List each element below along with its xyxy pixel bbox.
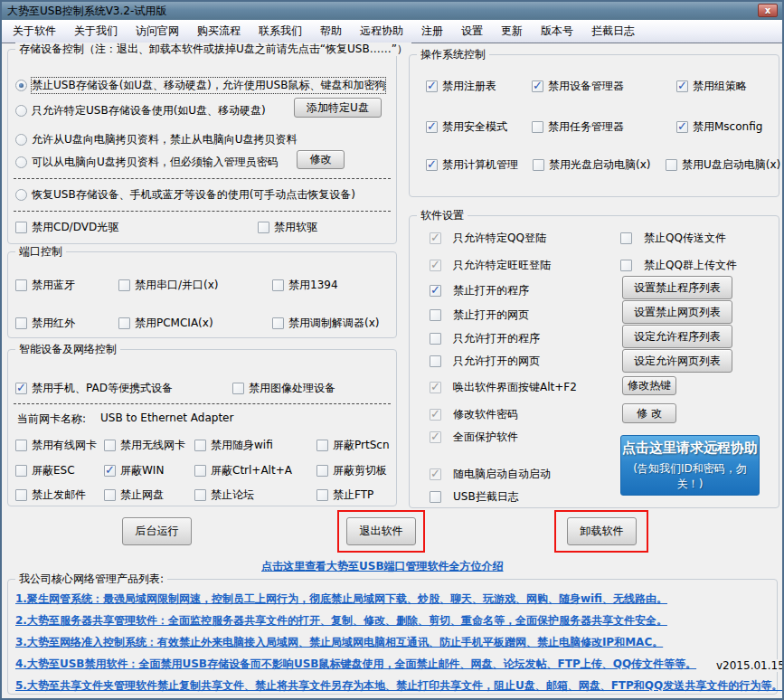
radio-restore-usb[interactable]: 恢复USB存储设备、手机或蓝牙等设备的使用(可手动点击恢复设备) (15, 187, 355, 202)
button-modify-admin-password[interactable]: 修改 (297, 150, 345, 169)
remote-assist-banner[interactable]: 点击这里请求远程协助 (告知我们ID和密码，勿关！) (620, 435, 760, 496)
checkbox-allow-specific-wangwang[interactable]: 只允许特定旺旺登陆 (430, 258, 551, 272)
menu-register[interactable]: 注册 (412, 20, 452, 43)
dashed-divider (14, 403, 391, 404)
menu-visit-website[interactable]: 访问官网 (127, 20, 188, 43)
checkbox-block-win[interactable]: 屏蔽WIN (104, 463, 164, 478)
checkbox-disable-usb-boot[interactable]: 禁用U盘启动电脑(x) (666, 157, 780, 172)
radio-allow-specific-usb[interactable]: 只允许特定USB存储设备使用(如U盘、移动硬盘) (15, 103, 266, 118)
checkbox-disable-floppy[interactable]: 禁用软驱 (258, 220, 317, 234)
checkbox-block-prtscn[interactable]: 屏蔽PrtScn (316, 438, 389, 452)
checkbox-disable-modem[interactable]: 禁用调制解调器(x) (272, 316, 379, 330)
checkbox-disable-msconfig[interactable]: 禁用Msconfig (676, 119, 762, 134)
group-products: 我公司核心网络管理产品列表: 1.聚生网管系统：最强局域网限制网速，控制员工上网… (7, 579, 778, 695)
checkbox-label: 禁用安全模式 (442, 119, 507, 135)
checkbox-icon (430, 491, 441, 503)
checkbox-icon (676, 121, 688, 133)
menu-about-us[interactable]: 关于我们 (65, 20, 127, 43)
radio-usb-to-pc-only[interactable]: 允许从U盘向电脑拷贝资料，禁止从电脑向U盘拷贝资料 (15, 132, 298, 147)
button-change-hotkey[interactable]: 修改热键 (622, 376, 676, 395)
group-smart-network: 智能设备及网络控制 禁用手机、PAD等便携式设备 禁用图像处理设备 当前网卡名称… (7, 349, 397, 506)
button-set-allowed-webpages[interactable]: 设定允许网页列表 (622, 349, 732, 373)
checkbox-block-forum[interactable]: 禁止论坛 (194, 487, 254, 502)
checkbox-disable-pcmcia[interactable]: 禁用PCMCIA(x) (118, 316, 213, 330)
menu-update[interactable]: 更新 (492, 20, 532, 43)
nic-name-value: USB to Ethernet Adapter (100, 411, 233, 424)
checkbox-icon (272, 279, 284, 291)
title-bar: 大势至USB控制系统V3.2-试用版 x (2, 2, 782, 20)
checkbox-disable-phone-pad[interactable]: 禁用手机、PAD等便携式设备 (15, 381, 173, 395)
checkbox-block-ctrl-alt-a[interactable]: 屏蔽Ctrl+Alt+A (194, 463, 292, 478)
checkbox-block-clipboard[interactable]: 屏蔽剪切板 (316, 463, 387, 478)
checkbox-autostart[interactable]: 随电脑启动自动启动 (430, 467, 551, 481)
checkbox-disable-cd-boot[interactable]: 禁用光盘启动电脑(x) (533, 157, 650, 172)
menu-version[interactable]: 版本号 (532, 20, 582, 43)
checkbox-block-ftp[interactable]: 禁止FTP (316, 487, 373, 502)
button-set-blocked-programs[interactable]: 设置禁止程序列表 (622, 276, 732, 299)
checkbox-block-qq-group-upload[interactable]: 禁止QQ群上传文件 (620, 258, 737, 272)
checkbox-disable-wired-nic[interactable]: 禁用有线网卡 (15, 438, 97, 452)
intro-link[interactable]: 点击这里查看大势至USB端口管理软件全方位介绍 (261, 559, 504, 574)
product-link-1[interactable]: 1.聚生网管系统：最强局域网限制网速，控制员工上网行为，彻底禁止局域网下载、炒股… (15, 592, 782, 605)
checkbox-label: 禁止网盘 (120, 487, 164, 503)
checkbox-disable-group-policy[interactable]: 禁用组策略 (676, 79, 747, 93)
button-modify-password[interactable]: 修 改 (622, 403, 676, 423)
checkbox-label: 禁用调制解调器(x) (288, 316, 379, 331)
menu-purchase[interactable]: 购买流程 (188, 20, 250, 43)
radio-pc-to-usb-password[interactable]: 可以从电脑向U盘拷贝资料，但必须输入管理员密码 (15, 155, 279, 169)
checkbox-disable-cd-dvd[interactable]: 禁用CD/DVD光驱 (15, 220, 118, 234)
checkbox-disable-serial-parallel[interactable]: 禁用串口/并口(x) (118, 278, 219, 292)
menu-about-software[interactable]: 关于软件 (4, 20, 65, 43)
checkbox-allow-only-programs[interactable]: 只允许打开的程序 (430, 331, 540, 345)
checkbox-label: 禁用蓝牙 (32, 278, 75, 293)
menu-intercept-log[interactable]: 拦截日志 (582, 20, 644, 43)
checkbox-block-listed-programs[interactable]: 禁止打开的程序 (430, 283, 529, 298)
checkbox-disable-bluetooth[interactable]: 禁用蓝牙 (15, 278, 75, 292)
button-set-allowed-programs[interactable]: 设定允许程序列表 (622, 325, 732, 348)
product-link-5[interactable]: 5.大势至共享文件夹管理软件禁止复制共享文件、禁止将共享文件另存为本地、禁止打印… (15, 679, 782, 692)
button-add-specific-usb[interactable]: 添加特定U盘 (294, 98, 382, 118)
checkbox-block-netdisk[interactable]: 禁止网盘 (104, 487, 164, 502)
checkbox-disable-imaging-device[interactable]: 禁用图像处理设备 (232, 381, 335, 395)
product-link-2[interactable]: 2.大势至服务器共享管理软件：全面监控服务器共享文件的打开、复制、修改、删除、剪… (15, 614, 782, 627)
menu-help[interactable]: 帮助 (311, 20, 351, 43)
radio-icon (15, 105, 27, 117)
checkbox-disable-infrared[interactable]: 禁用红外 (15, 316, 75, 330)
checkbox-disable-computer-management[interactable]: 禁用计算机管理 (426, 157, 518, 172)
checkbox-disable-safe-mode[interactable]: 禁用安全模式 (426, 119, 507, 134)
checkbox-block-listed-webpages[interactable]: 禁止打开的网页 (430, 307, 529, 322)
checkbox-label: 只允许打开的程序 (453, 331, 540, 346)
checkbox-disable-wireless-nic[interactable]: 禁用无线网卡 (104, 438, 185, 452)
checkbox-block-email[interactable]: 禁止发邮件 (15, 487, 86, 502)
menu-remote-assist[interactable]: 远程协助 (351, 20, 412, 43)
product-link-3[interactable]: 3.大势至网络准入控制系统：有效禁止外来电脑接入局域网、禁止局域网电脑相互通讯、… (15, 636, 782, 648)
checkbox-label: 禁止发邮件 (32, 487, 86, 503)
checkbox-block-esc[interactable]: 屏蔽ESC (15, 463, 75, 478)
checkbox-protect-software[interactable]: 全面保护软件 (430, 430, 518, 444)
checkbox-disable-device-manager[interactable]: 禁用设备管理器 (532, 79, 624, 93)
checkbox-disable-task-manager[interactable]: 禁用任务管理器 (532, 119, 624, 134)
checkbox-icon (258, 222, 269, 233)
checkbox-label: 修改软件密码 (453, 407, 518, 422)
button-exit[interactable]: 退出软件 (346, 517, 416, 545)
product-link-4[interactable]: 4.大势至USB禁用软件：全面禁用USB存储设备而不影响USB鼠标键盘使用，全面… (15, 657, 782, 670)
checkbox-disable-1394[interactable]: 禁用1394 (272, 278, 338, 292)
checkbox-label: 屏蔽ESC (32, 463, 75, 478)
button-set-blocked-webpages[interactable]: 设置禁止网页列表 (622, 300, 732, 324)
menu-contact[interactable]: 联系我们 (250, 20, 311, 43)
checkbox-allow-only-webpages[interactable]: 只允许打开的网页 (430, 354, 540, 368)
radio-block-usb-storage[interactable]: 禁止USB存储设备(如U盘、移动硬盘)，允许使用USB鼠标、键盘和加密狗 (15, 78, 385, 92)
checkbox-block-qq-file-transfer[interactable]: 禁止QQ传送文件 (620, 231, 726, 245)
button-uninstall[interactable]: 卸载软件 (567, 517, 637, 545)
checkbox-hotkey-alt-f2[interactable]: 唤出软件界面按键Alt+F2 (430, 380, 577, 394)
checkbox-change-password[interactable]: 修改软件密码 (430, 407, 518, 421)
checkbox-usb-log[interactable]: USB拦截日志 (430, 489, 519, 504)
group-storage-title: 存储设备控制（注：退出、卸载本软件或拔掉U盘之前请先点击“恢复USB……”） (15, 43, 411, 56)
checkbox-disable-registry[interactable]: 禁用注册表 (426, 79, 496, 93)
close-button[interactable]: x (758, 4, 778, 17)
button-run-background[interactable]: 后台运行 (122, 517, 192, 545)
checkbox-disable-portable-wifi[interactable]: 禁用随身wifi (194, 438, 273, 452)
checkbox-icon (15, 465, 27, 477)
checkbox-allow-specific-qq[interactable]: 只允许特定QQ登陆 (430, 231, 546, 245)
menu-settings[interactable]: 设置 (452, 20, 492, 43)
